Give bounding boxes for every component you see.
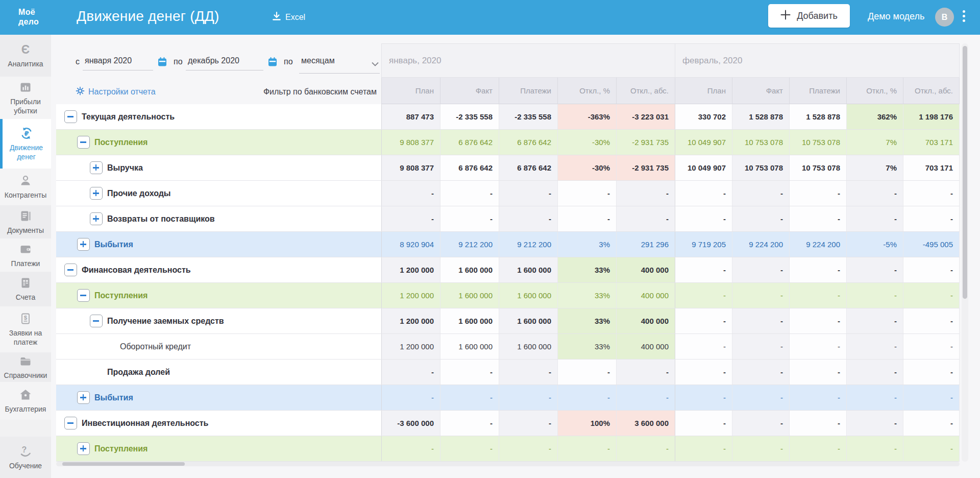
- vertical-scrollbar-thumb[interactable]: [963, 46, 967, 299]
- value-cell: -: [732, 411, 789, 436]
- row-label: Получение заемных средств: [107, 317, 224, 326]
- model-selector[interactable]: Демо модель: [868, 11, 924, 22]
- collapse-icon[interactable]: [64, 264, 77, 276]
- sidebar-item-training[interactable]: ?Обучение: [0, 437, 51, 478]
- sidebar-item-label: Счета: [16, 293, 36, 302]
- row-label-cell: Оборотный кредит: [56, 334, 381, 359]
- value-cell: 703 171: [903, 155, 960, 180]
- svg-text:?: ?: [22, 445, 27, 453]
- column-header: План: [675, 78, 732, 104]
- sidebar-item-cash-flow[interactable]: ₽Движение денег: [0, 119, 51, 169]
- table-row: Прочие доходы----------: [56, 181, 960, 206]
- table-row: Выбытия----------: [56, 385, 960, 411]
- value-cell: 6 876 642: [440, 155, 499, 180]
- sidebar-item-accounting[interactable]: Бухгалтерия: [0, 382, 51, 420]
- svg-text:Є: Є: [21, 43, 30, 56]
- value-cell: -: [732, 334, 789, 359]
- sidebar-item-payment-requests[interactable]: $Заявки на платеж: [0, 306, 51, 352]
- expand-icon[interactable]: [90, 212, 103, 225]
- value-cell: -: [846, 385, 903, 410]
- value-cell: 33%: [557, 334, 616, 359]
- value-cell: -: [675, 206, 732, 231]
- vertical-scrollbar[interactable]: [962, 43, 968, 462]
- value-cell: 1 600 000: [440, 334, 499, 359]
- value-cell: -: [440, 181, 499, 206]
- app-logo[interactable]: Моё дело: [18, 7, 39, 27]
- collapse-icon[interactable]: [64, 417, 77, 429]
- value-cell: -30%: [557, 130, 616, 155]
- value-cell: 10 753 078: [732, 155, 789, 180]
- row-label: Возвраты от поставщиков: [107, 214, 215, 224]
- sidebar-item-documents[interactable]: Документы: [0, 205, 51, 238]
- value-cell: -: [499, 411, 557, 436]
- value-cell: 9 808 377: [381, 155, 440, 180]
- value-cell: -: [846, 334, 903, 359]
- row-label-cell: Финансовая деятельность: [56, 257, 381, 282]
- value-cell: 1 600 000: [440, 257, 499, 282]
- value-cell: 1 198 176: [903, 104, 960, 129]
- value-cell: -: [675, 360, 732, 385]
- value-cell: 6 876 642: [499, 155, 557, 180]
- expand-icon[interactable]: [90, 161, 103, 174]
- value-cell: 6 876 642: [440, 130, 499, 155]
- value-cell: -: [732, 181, 789, 206]
- value-cell: 1 200 000: [381, 283, 440, 308]
- value-cell: 1 528 878: [789, 104, 846, 129]
- row-label: Текущая деятельность: [82, 112, 175, 122]
- value-cell: -: [846, 283, 903, 308]
- expand-icon[interactable]: [77, 238, 90, 251]
- horizontal-scrollbar-thumb[interactable]: [62, 462, 185, 466]
- sidebar-item-profit-loss[interactable]: Прибыли убытки: [0, 77, 51, 119]
- table-row: Выручка9 808 3776 876 6426 876 642-30%-2…: [56, 155, 960, 181]
- payments-icon: [19, 243, 32, 256]
- value-cell: 1 600 000: [440, 283, 499, 308]
- value-cell: 1 200 000: [381, 334, 440, 359]
- svg-text:₽: ₽: [24, 129, 29, 137]
- value-cell: -: [789, 436, 846, 461]
- horizontal-scrollbar[interactable]: [56, 462, 960, 466]
- column-header: Откл., %: [557, 78, 616, 104]
- cashflow-table: январь, 2020февраль, 2020 ПланФактПлатеж…: [56, 43, 960, 462]
- value-cell: -: [732, 283, 789, 308]
- column-header-row: ПланФактПлатежиОткл., %Откл., абс.ПланФа…: [56, 78, 960, 104]
- collapse-icon[interactable]: [77, 289, 90, 302]
- add-button[interactable]: Добавить: [768, 4, 850, 28]
- value-cell: 33%: [557, 308, 616, 333]
- svg-text:$: $: [24, 315, 28, 321]
- excel-label: Excel: [285, 13, 305, 22]
- row-label: Поступления: [94, 444, 148, 453]
- value-cell: 1 600 000: [499, 257, 557, 282]
- excel-export-button[interactable]: Excel: [272, 11, 305, 23]
- plus-icon: [780, 10, 791, 22]
- expand-icon[interactable]: [77, 391, 90, 404]
- kebab-menu-icon[interactable]: [963, 10, 965, 22]
- collapse-icon[interactable]: [64, 110, 77, 123]
- row-label: Выручка: [107, 163, 143, 173]
- row-label: Поступления: [94, 138, 148, 147]
- value-cell: -: [903, 385, 960, 410]
- value-cell: -: [789, 308, 846, 333]
- value-cell: -: [732, 385, 789, 410]
- avatar[interactable]: В: [935, 8, 954, 27]
- expand-icon[interactable]: [77, 442, 90, 455]
- table-row: Возвраты от поставщиков----------: [56, 206, 960, 232]
- value-cell: -: [675, 308, 732, 333]
- value-cell: 10 753 078: [789, 130, 846, 155]
- sidebar-item-directories[interactable]: Справочники: [0, 352, 51, 382]
- sidebar-item-counterparties[interactable]: Контрагенты: [0, 169, 51, 205]
- value-cell: -: [903, 181, 960, 206]
- sidebar-item-analytics[interactable]: ЄАналитика: [0, 35, 51, 77]
- expand-icon[interactable]: [90, 187, 103, 200]
- counterparties-icon: [19, 174, 32, 187]
- value-cell: 400 000: [616, 334, 675, 359]
- sidebar-item-label: Платежи: [11, 259, 40, 268]
- value-cell: -: [557, 181, 616, 206]
- value-cell: -: [903, 360, 960, 385]
- accounting-icon: [19, 388, 32, 401]
- value-cell: -: [381, 181, 440, 206]
- collapse-icon[interactable]: [90, 315, 103, 327]
- collapse-icon[interactable]: [77, 136, 90, 149]
- sidebar-item-payments[interactable]: Платежи: [0, 238, 51, 272]
- sidebar-item-invoices[interactable]: Счета: [0, 272, 51, 306]
- value-cell: -: [440, 436, 499, 461]
